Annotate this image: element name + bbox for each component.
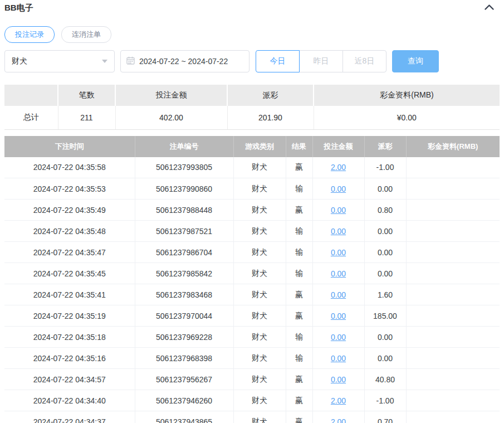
result-cell: 输 — [286, 327, 312, 348]
order-id-cell: 5061237986704 — [135, 242, 233, 263]
bet-amount-link[interactable]: 0.00 — [331, 354, 346, 363]
order-id-cell: 5061237969228 — [135, 327, 233, 348]
order-id-cell: 5061237983468 — [135, 284, 233, 305]
order-id-cell: 5061237993805 — [135, 157, 233, 178]
bonus-cell — [406, 242, 500, 263]
yesterday-button[interactable]: 昨日 — [299, 50, 343, 72]
payout-cell: 0.00 — [364, 242, 406, 263]
payout-cell: 0.00 — [364, 327, 406, 348]
records-header-result: 结果 — [286, 136, 312, 157]
bet-amount-cell: 2.00 — [312, 411, 364, 423]
payout-cell: 40.80 — [364, 369, 406, 390]
chevron-down-icon — [102, 60, 107, 63]
bet-time-cell: 2024-07-22 04:34:40 — [4, 390, 135, 411]
summary-header-bet-amount: 投注金额 — [115, 85, 227, 106]
result-cell: 赢 — [286, 157, 312, 178]
bet-amount-cell: 2.00 — [312, 390, 364, 411]
order-id-cell: 5061237968398 — [135, 348, 233, 369]
summary-header-count: 笔数 — [58, 85, 115, 106]
summary-total-bet-amount: 402.00 — [115, 106, 227, 129]
table-row: 2024-07-22 04:35:195061237970044财犬赢0.001… — [4, 305, 500, 327]
table-row: 2024-07-22 04:35:415061237983468财犬赢0.001… — [4, 284, 500, 305]
panel-header: BB电子 — [4, 0, 500, 14]
payout-cell: 1.60 — [364, 284, 406, 305]
last-8-days-button[interactable]: 近8日 — [342, 50, 386, 72]
bet-amount-link[interactable]: 2.00 — [331, 417, 346, 423]
bet-time-cell: 2024-07-22 04:35:41 — [4, 284, 135, 305]
bet-amount-cell: 0.00 — [312, 348, 364, 369]
bet-amount-link[interactable]: 0.00 — [331, 333, 346, 342]
game-select[interactable]: 财犬 — [4, 50, 115, 72]
bet-records-panel: BB电子 投注记录 连消注单 财犬 2024-07-22 ~ 2024-07-2… — [0, 0, 504, 423]
result-cell: 输 — [286, 242, 312, 263]
bet-amount-link[interactable]: 0.00 — [331, 269, 346, 278]
bet-amount-link[interactable]: 0.00 — [331, 290, 346, 299]
order-id-cell: 5061237985842 — [135, 263, 233, 284]
game-type-cell: 财犬 — [233, 348, 286, 369]
bonus-cell — [406, 390, 500, 411]
game-type-cell: 财犬 — [233, 284, 286, 305]
bet-amount-link[interactable]: 0.00 — [331, 227, 346, 236]
bet-time-cell: 2024-07-22 04:35:49 — [4, 200, 135, 221]
record-type-tabs: 投注记录 连消注单 — [4, 26, 500, 43]
records-header-row: 下注时间 注单编号 游戏类别 结果 投注金额 派彩 彩金资料(RMB) — [4, 136, 500, 157]
bonus-cell — [406, 221, 500, 242]
summary-total-bonus: ¥0.00 — [314, 106, 500, 129]
bet-time-cell: 2024-07-22 04:34:57 — [4, 369, 135, 390]
payout-cell: 185.00 — [364, 305, 406, 327]
bet-amount-cell: 0.00 — [312, 200, 364, 221]
payout-cell: -1.00 — [364, 390, 406, 411]
payout-cell: 0.00 — [364, 263, 406, 284]
bet-amount-link[interactable]: 2.00 — [331, 396, 346, 405]
bet-amount-link[interactable]: 2.00 — [331, 163, 346, 172]
today-button[interactable]: 今日 — [256, 50, 300, 72]
bet-amount-link[interactable]: 0.00 — [331, 206, 346, 215]
bet-amount-cell: 2.00 — [312, 157, 364, 178]
calendar-icon — [126, 56, 139, 66]
tab-cancelled-orders[interactable]: 连消注单 — [61, 26, 111, 43]
table-row: 2024-07-22 04:34:375061237943865财犬赢2.000… — [4, 411, 500, 423]
records-header-bet-amount: 投注金额 — [312, 136, 364, 157]
bet-amount-cell: 0.00 — [312, 242, 364, 263]
bet-time-cell: 2024-07-22 04:34:37 — [4, 411, 135, 423]
table-row: 2024-07-22 04:34:405061237946260财犬赢2.00-… — [4, 390, 500, 411]
table-row: 2024-07-22 04:35:185061237969228财犬输0.000… — [4, 327, 500, 348]
bet-amount-cell: 0.00 — [312, 327, 364, 348]
result-cell: 输 — [286, 178, 312, 200]
game-select-value: 财犬 — [12, 56, 27, 66]
bonus-cell — [406, 178, 500, 200]
table-row: 2024-07-22 04:35:475061237986704财犬输0.000… — [4, 242, 500, 263]
game-type-cell: 财犬 — [233, 327, 286, 348]
bet-amount-cell: 0.00 — [312, 263, 364, 284]
search-button[interactable]: 查询 — [392, 50, 439, 72]
game-type-cell: 财犬 — [233, 200, 286, 221]
payout-cell: 0.00 — [364, 178, 406, 200]
game-type-cell: 财犬 — [233, 242, 286, 263]
payout-cell: -1.00 — [364, 157, 406, 178]
tab-bet-records[interactable]: 投注记录 — [4, 26, 55, 43]
bet-amount-cell: 0.00 — [312, 178, 364, 200]
table-row: 2024-07-22 04:35:585061237993805财犬赢2.00-… — [4, 157, 500, 178]
records-header-order-id: 注单编号 — [135, 136, 233, 157]
summary-total-row: 总计 211 402.00 201.90 ¥0.00 — [4, 106, 500, 129]
order-id-cell: 5061237970044 — [135, 305, 233, 327]
game-type-cell: 财犬 — [233, 369, 286, 390]
records-table: 下注时间 注单编号 游戏类别 结果 投注金额 派彩 彩金资料(RMB) 2024… — [4, 136, 500, 423]
bonus-cell — [406, 305, 500, 327]
bet-amount-link[interactable]: 0.00 — [331, 184, 346, 193]
date-range-input[interactable]: 2024-07-22 ~ 2024-07-22 — [120, 50, 249, 72]
payout-cell: 0.00 — [364, 221, 406, 242]
bet-amount-link[interactable]: 0.00 — [331, 312, 346, 320]
game-type-cell: 财犬 — [233, 411, 286, 423]
bet-amount-link[interactable]: 0.00 — [331, 248, 346, 257]
filter-bar: 财犬 2024-07-22 ~ 2024-07-22 今日 昨日 近8日 查询 — [4, 50, 500, 72]
bet-amount-cell: 0.00 — [312, 305, 364, 327]
records-header-bonus: 彩金资料(RMB) — [406, 136, 500, 157]
bet-amount-link[interactable]: 0.00 — [331, 375, 346, 384]
bet-time-cell: 2024-07-22 04:35:18 — [4, 327, 135, 348]
result-cell: 赢 — [286, 390, 312, 411]
order-id-cell: 5061237956267 — [135, 369, 233, 390]
bet-time-cell: 2024-07-22 04:35:16 — [4, 348, 135, 369]
collapse-panel-button[interactable] — [483, 2, 495, 14]
order-id-cell: 5061237988448 — [135, 200, 233, 221]
